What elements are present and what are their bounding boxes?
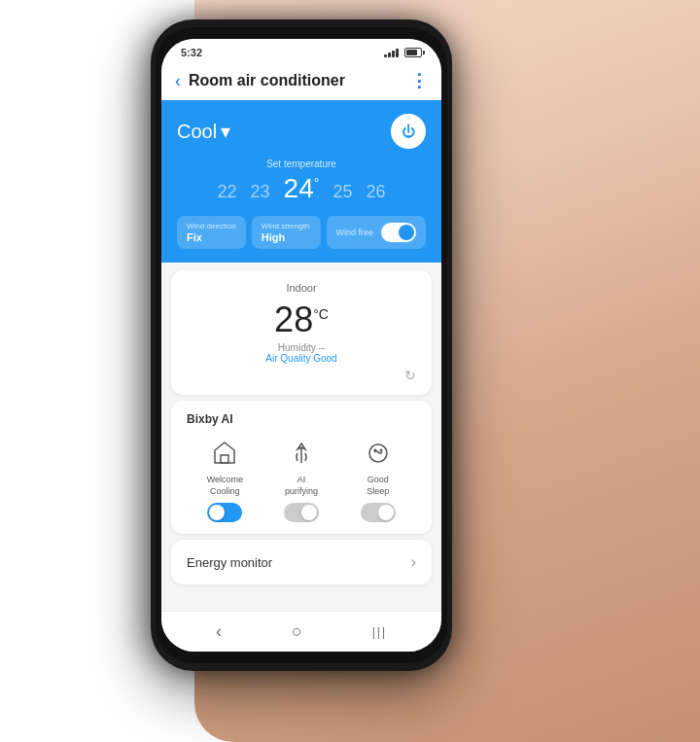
- wind-strength-value: High: [262, 231, 311, 243]
- temp-22[interactable]: 22: [218, 182, 237, 202]
- good-sleep-icon: [361, 436, 396, 471]
- phone-screen: 5:32 ‹: [161, 39, 441, 652]
- temp-24-active[interactable]: 24°: [284, 173, 320, 204]
- welcome-cooling-toggle[interactable]: [207, 503, 242, 522]
- svg-rect-0: [221, 455, 228, 463]
- wind-direction-value: Fix: [187, 231, 236, 243]
- bixby-section: Bixby AI WelcomeCooling: [171, 401, 432, 534]
- status-bar: 5:32: [161, 39, 441, 62]
- power-button[interactable]: ⏻: [391, 114, 426, 149]
- signal-icon: [384, 48, 399, 57]
- bixby-item-ai-purifying[interactable]: AIpurifying: [263, 436, 340, 522]
- temperature-selector: Set temperature 22 23 24° 25 26: [177, 159, 426, 204]
- phone-device: 5:32 ‹: [151, 19, 452, 671]
- power-icon: ⏻: [402, 124, 415, 139]
- page-title: Room air conditioner: [189, 72, 410, 89]
- ai-purifying-label: AIpurifying: [285, 475, 318, 497]
- welcome-cooling-icon: [207, 436, 242, 471]
- bixby-items-list: WelcomeCooling: [187, 436, 416, 522]
- wind-free-label: Wind free: [336, 228, 374, 237]
- ai-purifying-toggle[interactable]: [284, 503, 319, 522]
- back-button[interactable]: ‹: [175, 71, 181, 91]
- bixby-item-good-sleep[interactable]: GoodSleep: [339, 436, 416, 522]
- app-header: ‹ Room air conditioner ⋮: [161, 62, 441, 100]
- wind-free-control[interactable]: Wind free: [327, 216, 427, 249]
- wind-strength-label: Wind strength: [262, 222, 311, 230]
- more-menu-button[interactable]: ⋮: [410, 70, 428, 91]
- wind-strength-control[interactable]: Wind strength High: [252, 216, 321, 249]
- nav-recent-button[interactable]: |||: [372, 625, 387, 639]
- mode-arrow-icon: ▾: [221, 120, 230, 143]
- bottom-nav: ‹ ○ |||: [161, 611, 441, 652]
- control-panel: Cool ▾ ⏻ Set temperature 22 23 24°: [161, 100, 441, 263]
- temp-26[interactable]: 26: [366, 182, 385, 202]
- mode-selector[interactable]: Cool ▾: [177, 120, 230, 143]
- temp-23[interactable]: 23: [251, 182, 270, 202]
- refresh-button[interactable]: ↻: [187, 368, 416, 383]
- battery-icon: [404, 48, 422, 57]
- svg-point-2: [373, 449, 376, 452]
- humidity-label: Humidity --: [187, 342, 416, 353]
- nav-home-button[interactable]: ○: [292, 621, 302, 642]
- wind-controls: Wind direction Fix Wind strength High Wi…: [177, 216, 426, 249]
- air-quality: Air Quality Good: [187, 353, 416, 364]
- welcome-cooling-label: WelcomeCooling: [207, 475, 243, 497]
- status-time: 5:32: [181, 47, 202, 58]
- wind-direction-control[interactable]: Wind direction Fix: [177, 216, 246, 249]
- wind-free-toggle[interactable]: [381, 223, 416, 242]
- indoor-temperature: 28°C: [187, 300, 416, 340]
- good-sleep-label: GoodSleep: [367, 475, 389, 497]
- svg-point-3: [379, 449, 382, 452]
- energy-monitor-label: Energy monitor: [187, 555, 272, 570]
- energy-monitor-section[interactable]: Energy monitor ›: [171, 540, 432, 584]
- good-sleep-toggle[interactable]: [361, 503, 396, 522]
- ai-purifying-icon: [284, 436, 319, 471]
- temp-25[interactable]: 25: [332, 182, 352, 202]
- wind-direction-label: Wind direction: [187, 222, 236, 230]
- bixby-item-welcome-cooling[interactable]: WelcomeCooling: [187, 436, 263, 522]
- indoor-title: Indoor: [187, 282, 416, 294]
- nav-back-button[interactable]: ‹: [216, 621, 222, 642]
- mode-label-text: Cool: [177, 121, 217, 143]
- indoor-section: Indoor 28°C Humidity -- Air Quality Good…: [171, 270, 432, 395]
- bixby-title: Bixby AI: [187, 412, 416, 426]
- energy-chevron-icon: ›: [411, 553, 416, 571]
- set-temp-label: Set temperature: [177, 159, 426, 169]
